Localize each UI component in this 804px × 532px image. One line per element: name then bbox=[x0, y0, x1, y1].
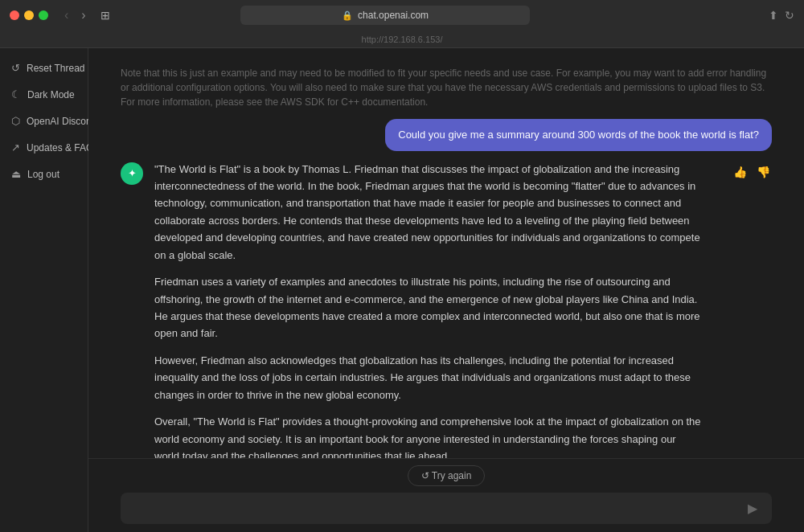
user-message-text: Could you give me a summary around 300 w… bbox=[398, 129, 759, 141]
sidebar-item-dark-mode[interactable]: ☾ Dark Mode bbox=[0, 81, 88, 108]
sidebar-item-openai-discord[interactable]: ⬡ OpenAI Discord bbox=[0, 108, 88, 134]
url-text: chat.openai.com bbox=[358, 10, 429, 21]
send-icon: ▶ bbox=[748, 501, 757, 515]
close-button[interactable] bbox=[10, 10, 19, 20]
suburl-text: http://192.168.6.153/ bbox=[362, 35, 443, 44]
sidebar-item-updates-faq[interactable]: ↗ Updates & FAQ bbox=[0, 134, 88, 161]
assistant-message-row: ✦ "The World is Flat" is a book by Thoma… bbox=[88, 156, 804, 459]
assistant-para-3: However, Friedman also acknowledges that… bbox=[154, 352, 701, 403]
chat-input[interactable] bbox=[130, 502, 736, 514]
sidebar: ↺ Reset Thread ☾ Dark Mode ⬡ OpenAI Disc… bbox=[0, 48, 88, 532]
sidebar-label-logout: Log out bbox=[27, 169, 59, 180]
sidebar-label-reset-thread: Reset Thread bbox=[27, 63, 85, 74]
openai-logo-icon: ✦ bbox=[128, 167, 137, 179]
sidebar-label-dark-mode: Dark Mode bbox=[27, 89, 75, 100]
sidebar-item-log-out[interactable]: ⏏ Log out bbox=[0, 161, 88, 187]
sidebar-toggle-button[interactable]: ⊞ bbox=[96, 7, 115, 23]
updates-icon: ↗ bbox=[11, 141, 20, 153]
assistant-avatar: ✦ bbox=[121, 162, 143, 185]
assistant-para-1: "The World is Flat" is a book by Thomas … bbox=[154, 161, 701, 264]
dark-mode-icon: ☾ bbox=[11, 88, 21, 100]
assistant-para-4: Overall, "The World is Flat" provides a … bbox=[154, 413, 701, 458]
traffic-lights bbox=[10, 10, 48, 20]
prev-note-text: Note that this is just an example and ma… bbox=[88, 61, 804, 114]
share-button[interactable]: ⬆ bbox=[769, 9, 778, 22]
refresh-button[interactable]: ↻ bbox=[785, 9, 794, 22]
try-again-button[interactable]: ↺ Try again bbox=[408, 465, 486, 486]
sidebar-item-reset-thread[interactable]: ↺ Reset Thread bbox=[0, 55, 88, 81]
logout-icon: ⏏ bbox=[11, 168, 21, 180]
try-again-label: ↺ Try again bbox=[421, 470, 472, 481]
subbar: http://192.168.6.153/ bbox=[0, 31, 804, 48]
chat-footer: ↺ Try again ▶ bbox=[88, 458, 804, 532]
send-button[interactable]: ▶ bbox=[743, 499, 762, 518]
lock-icon: 🔒 bbox=[342, 10, 353, 21]
titlebar: ‹ › ⊞ 🔒 chat.openai.com ⬆ ↻ bbox=[0, 0, 804, 31]
forward-button[interactable]: › bbox=[78, 6, 88, 24]
sidebar-label-updates: Updates & FAQ bbox=[27, 142, 93, 153]
input-row: ▶ bbox=[121, 493, 772, 524]
app-body: ↺ Reset Thread ☾ Dark Mode ⬡ OpenAI Disc… bbox=[0, 48, 804, 532]
address-bar[interactable]: 🔒 chat.openai.com bbox=[240, 6, 530, 25]
thumbs-down-button[interactable]: 👎 bbox=[755, 164, 772, 180]
titlebar-actions: ⬆ ↻ bbox=[769, 9, 794, 22]
chat-messages: Note that this is just an example and ma… bbox=[88, 48, 804, 458]
user-message-row: Could you give me a summary around 300 w… bbox=[88, 114, 804, 156]
try-again-row: ↺ Try again bbox=[121, 465, 772, 486]
back-button[interactable]: ‹ bbox=[61, 6, 72, 24]
user-bubble: Could you give me a summary around 300 w… bbox=[385, 119, 772, 151]
assistant-content: "The World is Flat" is a book by Thomas … bbox=[154, 161, 701, 459]
chat-area: Note that this is just an example and ma… bbox=[88, 48, 804, 532]
message-actions: 👍 👎 bbox=[732, 164, 772, 180]
thumbs-up-button[interactable]: 👍 bbox=[732, 164, 749, 180]
assistant-para-2: Friedman uses a variety of examples and … bbox=[154, 273, 701, 342]
sidebar-label-discord: OpenAI Discord bbox=[27, 116, 95, 127]
minimize-button[interactable] bbox=[24, 10, 34, 20]
maximize-button[interactable] bbox=[39, 10, 48, 20]
discord-icon: ⬡ bbox=[11, 115, 20, 127]
reset-thread-icon: ↺ bbox=[11, 62, 20, 74]
